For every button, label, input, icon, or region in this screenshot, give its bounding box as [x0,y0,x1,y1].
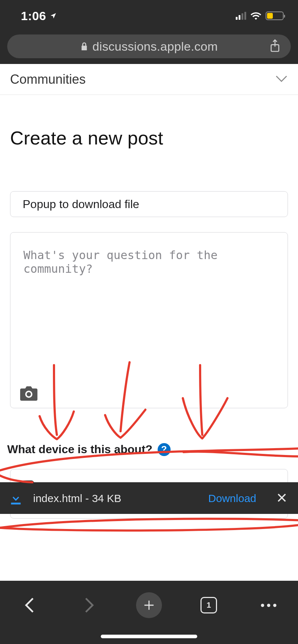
share-button[interactable] [269,39,281,54]
status-bar: 1:06 [0,0,298,32]
time-text: 1:06 [21,9,46,23]
nav-title: Communities [10,72,86,87]
back-button[interactable] [17,592,42,618]
help-icon[interactable]: ? [158,443,171,456]
ellipsis-icon [261,604,276,607]
attach-image-button[interactable] [17,383,40,405]
svg-rect-1 [11,502,21,504]
camera-icon [20,386,37,401]
close-button[interactable] [276,492,287,505]
tabs-button[interactable]: 1 [196,592,222,618]
post-body-input[interactable] [10,232,288,408]
menu-button[interactable] [256,592,281,618]
communities-nav[interactable]: Communities [0,64,298,95]
forward-button[interactable] [76,592,102,618]
url-text: discussions.apple.com [92,40,218,54]
home-indicator [101,635,197,638]
browser-chrome-top: discussions.apple.com [0,32,298,64]
download-filename: index.html - 34 KB [33,492,121,505]
download-icon [9,491,23,506]
chevron-down-icon [275,75,288,84]
tab-count: 1 [200,597,217,613]
status-time: 1:06 [21,9,57,23]
new-tab-button[interactable] [136,592,162,618]
post-title-input[interactable] [10,191,288,217]
wifi-icon [250,12,261,20]
address-bar[interactable]: discussions.apple.com [7,34,291,58]
page-title: Create a new post [10,127,288,149]
download-button[interactable]: Download [208,492,256,505]
battery-icon [266,12,284,20]
device-question-label: What device is this about? [7,443,153,456]
lock-icon [80,42,88,51]
download-banner: index.html - 34 KB Download [0,482,298,514]
cell-signal-icon [236,12,246,20]
location-icon [50,12,57,19]
